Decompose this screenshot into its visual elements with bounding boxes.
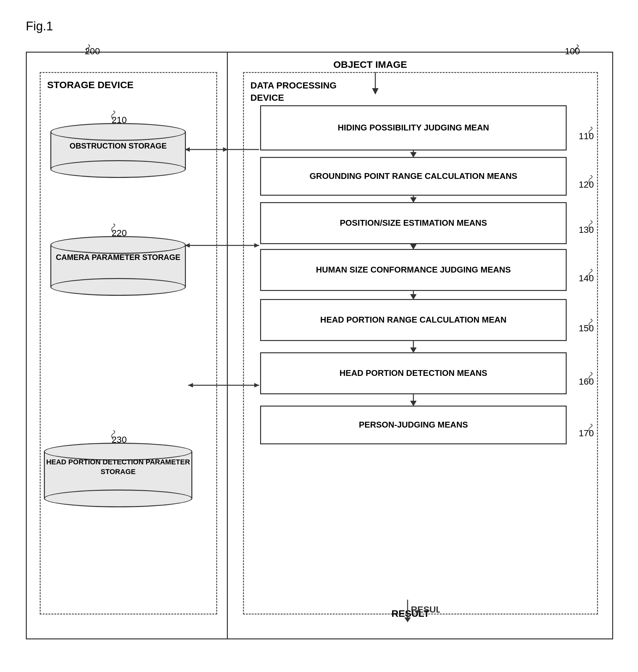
svg-marker-5 (410, 197, 417, 203)
svg-text:RESULT: RESULT (411, 605, 440, 614)
vertical-divider (227, 53, 228, 638)
page: Fig.1 200 100 OBJECT IMAGE STORAGE DEVIC… (0, 0, 638, 672)
object-image-label: OBJECT IMAGE (333, 59, 407, 70)
obstruction-storage-label: OBSTRUCTION STORAGE (50, 141, 186, 151)
wavy-220 (105, 223, 121, 234)
main-diagram-box: 200 100 OBJECT IMAGE STORAGE DEVICE 210 (26, 52, 613, 639)
wavy-230 (105, 430, 121, 441)
svg-marker-7 (410, 244, 417, 250)
figure-label: Fig.1 (26, 19, 53, 33)
data-processing-box: DATA PROCESSINGDEVICE 110 HIDING POSSIBI… (243, 72, 598, 614)
result-arrow: RESULT (375, 600, 440, 632)
wavy-100 (567, 43, 586, 56)
svg-marker-3 (410, 152, 417, 158)
cylinder-camera: CAMERA PARAMETER STORAGE (50, 236, 186, 296)
svg-marker-25 (404, 618, 411, 622)
svg-marker-11 (410, 347, 417, 353)
cylinder-head-portion: HEAD PORTION DETECTION PARAMETER STORAGE (44, 443, 192, 507)
head-portion-detection-label: HEAD PORTION DETECTION PARAMETER STORAGE (44, 457, 192, 476)
wavy-210 (105, 110, 121, 121)
cylinder-obstruction: OBSTRUCTION STORAGE (50, 123, 186, 178)
storage-device-label: STORAGE DEVICE (47, 79, 134, 91)
svg-marker-9 (410, 294, 417, 300)
process-arrows-svg (244, 73, 599, 622)
svg-marker-13 (410, 401, 417, 406)
camera-parameter-label: CAMERA PARAMETER STORAGE (50, 252, 186, 263)
wavy-200 (79, 43, 98, 56)
storage-device-box: STORAGE DEVICE 210 OBSTRUCTION STORAGE 2… (40, 72, 217, 614)
